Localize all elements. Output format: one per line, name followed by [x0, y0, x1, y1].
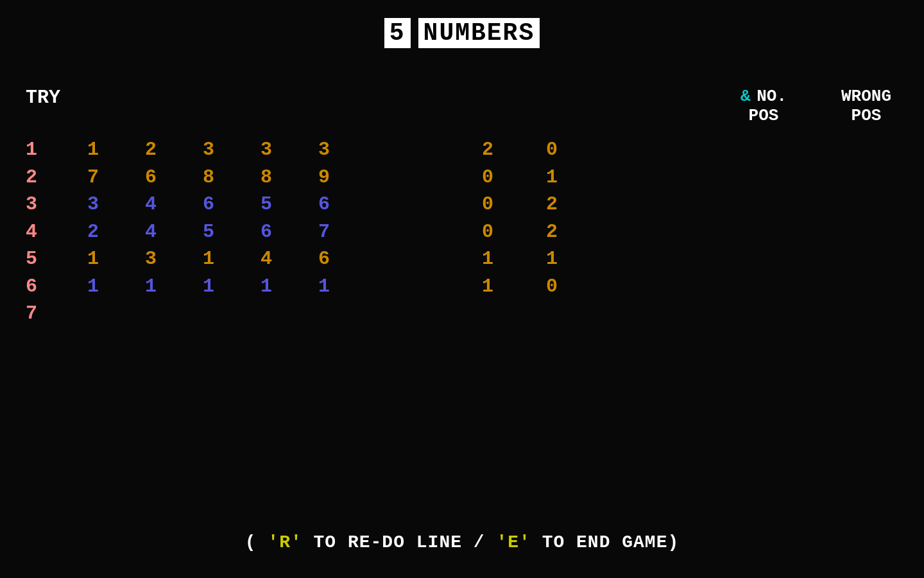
cell-r4-n1: 2 [64, 219, 122, 245]
cell-r6-n1: 1 [64, 274, 122, 300]
wrong-pos-line2: POS [834, 106, 898, 125]
cell-r6-n2: 1 [122, 274, 180, 300]
wrong-pos-header: WRONG POS [834, 87, 898, 125]
cell-r5-n1: 1 [64, 246, 122, 272]
cell-r4-wrong_pos: 2 [520, 219, 584, 245]
cell-r7-try: 7 [26, 301, 64, 327]
data-table: 1234567173211264431386511385641396761200… [26, 137, 898, 327]
cell-r3-n4: 5 [237, 191, 295, 218]
cell-r1-try: 1 [26, 137, 64, 163]
e-key: 'E' [496, 532, 530, 552]
cell-r6-n5: 1 [295, 274, 353, 300]
cell-r1-n1: 1 [64, 137, 122, 163]
cell-r2-try: 2 [26, 164, 64, 191]
cell-r3-n1: 3 [64, 191, 122, 218]
cell-r4-n2: 4 [122, 219, 180, 245]
header-row: TRY & NO. POS WRONG POS [26, 87, 898, 125]
wrong-pos-line1: WRONG [834, 87, 898, 106]
cell-r2-n2: 6 [122, 164, 180, 191]
ampersand-icon: & [740, 87, 751, 106]
col-try: 1234567 [26, 137, 64, 327]
cell-r3-n3: 6 [180, 191, 237, 218]
cell-r3-try: 3 [26, 191, 64, 218]
no-pos-text-line1: NO. [757, 87, 787, 106]
cell-r1-n5: 3 [295, 137, 353, 163]
cell-r5-try: 5 [26, 246, 64, 272]
cell-r3-no_pos: 0 [456, 191, 520, 218]
col-no_pos: 200011 [456, 137, 520, 327]
cell-r4-n4: 6 [237, 219, 295, 245]
try-header: TRY [26, 87, 77, 109]
cell-r2-n3: 8 [180, 164, 237, 191]
cell-r2-n1: 7 [64, 164, 122, 191]
instruction-bar: ( 'R' TO RE-DO LINE / 'E' TO END GAME) [0, 532, 924, 552]
cell-r6-wrong_pos: 0 [520, 274, 584, 300]
cell-r1-wrong_pos: 0 [520, 137, 584, 163]
col-n5: 396761 [295, 137, 353, 327]
title-numbers-box: NUMBERS [418, 18, 540, 48]
cell-r1-no_pos: 2 [456, 137, 520, 163]
cell-r1-n4: 3 [237, 137, 295, 163]
col-n2: 264431 [122, 137, 180, 327]
title-count-box: 5 [384, 18, 411, 48]
cell-r3-n5: 6 [295, 191, 353, 218]
game-area: TRY & NO. POS WRONG POS 1234567173211264… [0, 48, 924, 327]
cell-r2-n5: 9 [295, 164, 353, 191]
instr-part3: TO END GAME) [531, 532, 679, 552]
cell-r6-no_pos: 1 [456, 274, 520, 300]
instr-part2: TO RE-DO LINE / [302, 532, 497, 552]
col-n4: 385641 [237, 137, 295, 327]
cell-r3-n2: 4 [122, 191, 180, 218]
cell-r1-n2: 2 [122, 137, 180, 163]
cell-r4-n3: 5 [180, 219, 237, 245]
col-n1: 173211 [64, 137, 122, 327]
cell-r5-no_pos: 1 [456, 246, 520, 272]
cell-r2-wrong_pos: 1 [520, 164, 584, 191]
cell-r6-n3: 1 [180, 274, 237, 300]
cell-r5-n3: 1 [180, 246, 237, 272]
cell-r2-n4: 8 [237, 164, 295, 191]
col-wrong_pos: 012210 [520, 137, 584, 327]
cell-r1-n3: 3 [180, 137, 237, 163]
cell-r5-n5: 6 [295, 246, 353, 272]
cell-r4-n5: 7 [295, 219, 353, 245]
no-pos-text-line2: POS [732, 106, 796, 125]
col-spacer [353, 137, 456, 327]
cell-r6-n4: 1 [237, 274, 295, 300]
cell-r4-no_pos: 0 [456, 219, 520, 245]
cell-r6-try: 6 [26, 274, 64, 300]
screen: 5 NUMBERS TRY & NO. POS WRONG POS [0, 0, 924, 578]
cell-r2-no_pos: 0 [456, 164, 520, 191]
col-n3: 386511 [180, 137, 237, 327]
cell-r5-wrong_pos: 1 [520, 246, 584, 272]
cell-r5-n2: 3 [122, 246, 180, 272]
cell-r4-try: 4 [26, 219, 64, 245]
no-pos-header: & NO. POS [732, 87, 796, 125]
title-bar: 5 NUMBERS [0, 0, 924, 48]
r-key: 'R' [268, 532, 302, 552]
instr-part1: ( [245, 532, 268, 552]
cell-r5-n4: 4 [237, 246, 295, 272]
cell-r3-wrong_pos: 2 [520, 191, 584, 218]
